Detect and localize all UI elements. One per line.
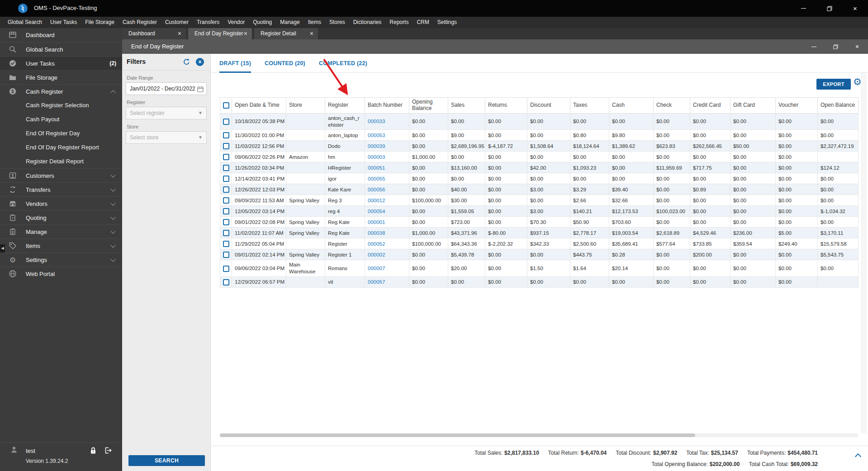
horizontal-scrollbar-thumb[interactable]: [220, 433, 695, 437]
sidebar-item-transfers[interactable]: Transfers: [0, 182, 122, 196]
batch-number-link[interactable]: 000007: [368, 266, 385, 271]
select-all-checkbox[interactable]: [223, 102, 229, 109]
menu-item-transfers[interactable]: Transfers: [193, 17, 223, 28]
row-checkbox[interactable]: [223, 266, 229, 272]
inner-restore-button[interactable]: [825, 39, 846, 54]
window-close-button[interactable]: ×: [842, 0, 868, 17]
sidebar-item-manage[interactable]: Manage: [0, 224, 122, 238]
row-checkbox[interactable]: [223, 208, 229, 214]
search-button[interactable]: SEARCH: [128, 455, 205, 466]
sidebar-collapse-handle[interactable]: ◀: [0, 244, 5, 252]
menu-item-crm[interactable]: CRM: [413, 17, 433, 28]
sidebar-item-file-storage[interactable]: File Storage: [0, 70, 122, 84]
logout-icon[interactable]: [104, 447, 112, 456]
batch-number-link[interactable]: 000001: [368, 219, 385, 225]
batch-number-link[interactable]: 000052: [368, 241, 385, 247]
window-restore-button[interactable]: [816, 0, 842, 17]
menu-item-vendor[interactable]: Vendor: [223, 17, 249, 28]
tab-dashboard[interactable]: Dashboard×: [122, 28, 186, 39]
menu-item-global-search[interactable]: Global Search: [4, 17, 46, 28]
store-select[interactable]: Select store ▼: [126, 131, 207, 144]
register-select[interactable]: Select register ▼: [126, 107, 207, 119]
lock-icon[interactable]: [90, 447, 97, 456]
menu-item-reports[interactable]: Reports: [385, 17, 413, 28]
vertical-scrollbar[interactable]: [861, 73, 867, 433]
menu-item-user-tasks[interactable]: User Tasks: [46, 17, 81, 28]
row-checkbox[interactable]: [223, 154, 229, 160]
batch-number-link[interactable]: 000038: [368, 230, 385, 236]
sidebar-subitem-end-of-register-day[interactable]: End Of Register Day: [0, 126, 122, 140]
menu-item-dictionaries[interactable]: Dictionaries: [349, 17, 386, 28]
sidebar-item-user-tasks[interactable]: User Tasks(2): [0, 56, 122, 70]
row-checkbox[interactable]: [223, 230, 229, 236]
row-checkbox[interactable]: [223, 132, 229, 138]
menu-item-manage[interactable]: Manage: [276, 17, 304, 28]
batch-number-link[interactable]: 000051: [368, 165, 385, 171]
row-checkbox[interactable]: [223, 176, 229, 182]
row-checkbox[interactable]: [223, 241, 229, 247]
status-tab-draft[interactable]: DRAFT (15): [219, 54, 251, 73]
status-tab-completed[interactable]: COMPLETED (22): [319, 54, 367, 73]
menu-item-items[interactable]: Items: [304, 17, 325, 28]
sidebar-item-web-portal[interactable]: Web Portal: [0, 266, 122, 281]
sidebar-subitem-register-detail-report[interactable]: Register Detail Report: [0, 154, 122, 168]
row-checkbox[interactable]: [223, 252, 229, 258]
sidebar-subitem-end-of-day-register-report[interactable]: End Of Day Register Report: [0, 140, 122, 154]
row-checkbox[interactable]: [223, 279, 229, 285]
refresh-filters-icon[interactable]: [182, 58, 190, 68]
clear-filters-icon[interactable]: ×: [196, 58, 204, 66]
row-checkbox[interactable]: [223, 165, 229, 171]
cell-register: Register 1: [325, 249, 365, 260]
menu-item-cash-register[interactable]: Cash Register: [119, 17, 161, 28]
batch-number-link[interactable]: 000033: [368, 119, 385, 124]
close-icon[interactable]: ×: [310, 28, 313, 39]
batch-number-link[interactable]: 000002: [368, 252, 385, 257]
menu-item-quoting[interactable]: Quoting: [249, 17, 276, 28]
cell-returns: $0.00: [485, 113, 527, 130]
close-icon[interactable]: ×: [244, 28, 247, 39]
sidebar-item-vendors[interactable]: Vendors: [0, 196, 122, 210]
inner-close-button[interactable]: ×: [846, 39, 868, 54]
sidebar-item-cash-register[interactable]: $Cash Register: [0, 84, 122, 98]
sidebar-subitem-cash-payout[interactable]: Cash Payout: [0, 112, 122, 126]
sidebar-item-quoting[interactable]: ?Quoting: [0, 210, 122, 224]
window-minimize-button[interactable]: [791, 0, 816, 17]
row-checkbox[interactable]: [223, 143, 229, 149]
date-range-input[interactable]: Jan/01/2022 - Dec/31/2022: [126, 82, 207, 95]
row-checkbox[interactable]: [223, 197, 229, 204]
batch-number-link[interactable]: 000003: [368, 154, 385, 160]
calendar-icon[interactable]: [197, 85, 204, 97]
batch-number-link[interactable]: 000012: [368, 198, 385, 203]
cell-taxes: $1,093.23: [570, 162, 609, 173]
batch-number-link[interactable]: 000054: [368, 209, 385, 214]
batch-number-link[interactable]: 000055: [368, 176, 385, 181]
row-checkbox[interactable]: [223, 219, 229, 225]
chevron-up-icon[interactable]: [855, 453, 861, 460]
row-checkbox[interactable]: [223, 186, 229, 193]
tab-end-of-day-register[interactable]: End of Day Register×: [188, 28, 252, 39]
batch-number-link[interactable]: 000057: [368, 279, 385, 285]
sidebar-subitem-cash-register-selection[interactable]: Cash Register Selection: [0, 98, 122, 112]
menu-item-settings[interactable]: Settings: [433, 17, 461, 28]
export-button[interactable]: EXPORT: [816, 79, 851, 90]
row-checkbox[interactable]: [223, 119, 229, 125]
inner-minimize-button[interactable]: [803, 39, 825, 54]
menu-item-file-storage[interactable]: File Storage: [81, 17, 119, 28]
status-tab-counted[interactable]: COUNTED (20): [265, 54, 305, 73]
batch-number-link[interactable]: 000053: [368, 133, 385, 138]
sidebar-item-global-search[interactable]: Global Search: [0, 42, 122, 56]
sidebar-item-items[interactable]: Items: [0, 238, 122, 252]
cell-open-balance: $0.00: [818, 217, 859, 228]
sidebar-item-customers[interactable]: Customers: [0, 168, 122, 182]
menu-item-stores[interactable]: Stores: [325, 17, 349, 28]
sidebar-item-settings[interactable]: ⚙Settings: [0, 252, 122, 266]
batch-number-link[interactable]: 000039: [368, 143, 385, 149]
sidebar-item-dashboard[interactable]: Dashboard: [0, 28, 122, 42]
gear-icon[interactable]: ⚙: [853, 77, 862, 86]
batch-number-link[interactable]: 000056: [368, 187, 385, 192]
column-header-register: Register: [325, 98, 365, 114]
menu-item-customer[interactable]: Customer: [161, 17, 193, 28]
close-icon[interactable]: ×: [178, 28, 181, 39]
tab-register-detail[interactable]: Register Detail×: [254, 28, 318, 39]
header-checkbox-cell[interactable]: [220, 98, 232, 114]
